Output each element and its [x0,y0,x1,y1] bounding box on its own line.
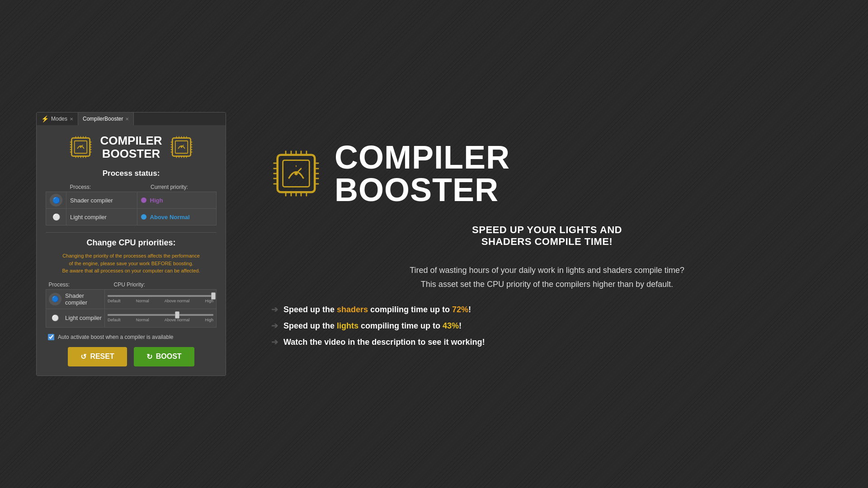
tab-compiler-booster-label: CompilerBooster [83,116,123,122]
shader-priority-value: High [150,197,163,204]
marketing-subtitle: SPEED UP YOUR LIGHTS ANDSHADERS COMPILE … [271,224,823,248]
boost-label: BOOST [156,352,182,361]
cpu-light-slider-cell[interactable]: Default Normal Above normal High [105,309,217,327]
cpu-table-row-shader: 🔵 Shader compiler Default [46,289,217,309]
auto-activate-label: Auto activate boost when a compiler is a… [58,334,173,340]
priority-dot-blue [141,214,146,220]
cpu-shader-name: Shader compiler [65,292,102,306]
cpu-col-priority: CPU Priority: [105,280,217,290]
editor-content: COMPILER BOOSTER [37,125,226,375]
feature-item-shaders: ➔ Speed up the shaders compiling time up… [271,305,823,314]
shader-compiler-icon: 🔵 [50,194,62,206]
button-row: ↺ RESET ↻ BOOST [46,347,217,366]
boost-button[interactable]: ↻ BOOST [134,347,194,366]
plugin-header: COMPILER BOOSTER [46,134,217,160]
light-priority-value: Above Normal [150,214,190,221]
svg-point-47 [180,146,182,148]
arrow-icon-1: ➔ [271,305,278,314]
shader-slider-thumb[interactable] [211,292,216,300]
cpu-priority-table: Process: CPU Priority: 🔵 Shader compiler [46,280,217,328]
priority-dot-purple [141,197,146,203]
cpu-icon-right [169,135,194,160]
table-row: 🔵 Shader compiler High [46,192,217,209]
cpu-icon-left [68,135,93,160]
lights-percent: 43% [443,321,459,330]
col-process-header: Process: [66,183,137,192]
cpu-light-name: Light compiler [65,314,102,321]
svg-point-71 [294,172,297,175]
shader-compiler-name: Shader compiler [66,192,137,209]
feature-list: ➔ Speed up the shaders compiling time up… [271,305,823,347]
plugin-title: COMPILER BOOSTER [100,134,162,160]
tab-compiler-booster-close[interactable]: ✕ [125,117,129,122]
auto-activate-row: Auto activate boost when a compiler is a… [46,334,217,340]
process-status-title: Process status: [46,169,217,178]
col-priority-header: Current priority: [137,183,216,192]
marketing-header: COMPILER BOOSTER [271,141,823,206]
reset-label: RESET [90,352,114,361]
svg-point-23 [80,146,82,148]
table-row: ⚪ Light compiler Above Normal [46,209,217,225]
lights-highlight: lights [337,321,359,330]
light-compiler-priority-cell: Above Normal [137,209,216,225]
editor-tabs: ⚡ Modes ✕ CompilerBooster ✕ [37,113,226,125]
marketing-cpu-icon [271,149,321,198]
light-slider-thumb[interactable] [175,311,179,319]
tab-modes[interactable]: ⚡ Modes ✕ [37,113,78,125]
light-compiler-name: Light compiler [66,209,137,225]
auto-activate-checkbox[interactable] [48,334,54,340]
tab-modes-close[interactable]: ✕ [70,117,73,122]
shaders-highlight: shaders [337,305,368,314]
marketing-description: Tired of wasting hours of your daily wor… [271,263,823,291]
tab-modes-label: Modes [51,116,67,122]
light-compiler-icon: ⚪ [50,211,62,223]
shaders-percent: 72% [452,305,468,314]
reset-icon: ↺ [80,352,86,361]
process-table: Process: Current priority: 🔵 Shader comp… [46,183,217,225]
tab-compiler-booster[interactable]: CompilerBooster ✕ [78,113,134,125]
marketing-title: COMPILER BOOSTER [335,141,510,206]
warning-text: Changing the priority of the processes a… [46,252,217,275]
feature-item-video: ➔ Watch the video in the description to … [271,337,823,347]
marketing-panel: COMPILER BOOSTER SPEED UP YOUR LIGHTS AN… [262,123,832,365]
change-cpu-title: Change CPU priorities: [46,238,217,248]
boost-icon: ↻ [146,352,152,361]
reset-button[interactable]: ↺ RESET [68,347,127,366]
cpu-shader-slider-cell[interactable]: Default Normal Above normal High [105,289,217,309]
feature-item-lights: ➔ Speed up the lights compiling time up … [271,321,823,331]
divider [46,232,217,233]
editor-window: ⚡ Modes ✕ CompilerBooster ✕ [36,112,226,376]
shader-compiler-priority-cell: High [137,192,216,209]
arrow-icon-3: ➔ [271,337,278,347]
arrow-icon-2: ➔ [271,321,278,331]
cpu-table-row-light: ⚪ Light compiler Default No [46,309,217,327]
cpu-col-process: Process: [46,280,105,290]
